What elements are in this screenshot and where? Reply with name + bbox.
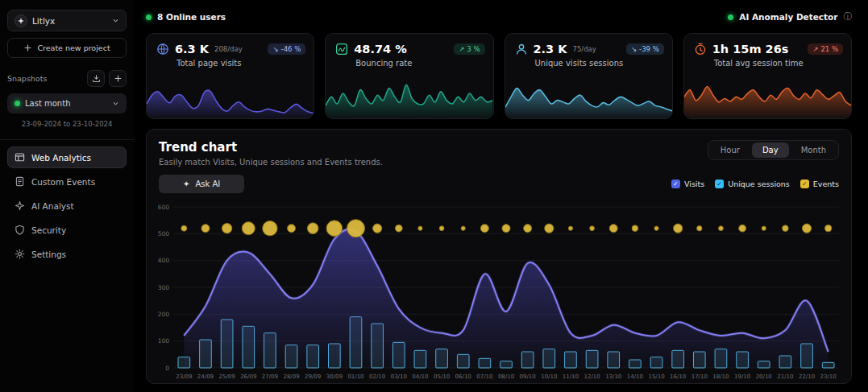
svg-text:400: 400 [158, 257, 170, 264]
trend-toolbar: ✦ Ask AI ✓Visits✓Unique sessions✓Events [147, 167, 851, 196]
svg-text:14/10: 14/10 [627, 373, 643, 380]
snapshot-selector[interactable]: Last month [7, 93, 127, 113]
sidebar-item-web-analytics[interactable]: Web Analytics [7, 146, 127, 168]
legend-label: Events [813, 179, 839, 188]
stat-label: Total avg session time [684, 56, 851, 68]
stat-card-total-page-visits: 6.3 K208/day↘-46 %Total page visits [146, 33, 314, 119]
checkbox-icon[interactable]: ✓ [715, 179, 724, 188]
sidebar-item-label: AI Analyst [31, 201, 74, 211]
trend-badge: ↗3 % [454, 43, 484, 55]
divider [0, 139, 134, 140]
svg-text:01/10: 01/10 [347, 373, 363, 380]
svg-text:27/09: 27/09 [262, 373, 278, 380]
svg-text:23/09: 23/09 [176, 373, 192, 380]
svg-text:07/10: 07/10 [476, 373, 492, 380]
globe-icon [156, 43, 169, 56]
trend-badge-value: -46 % [281, 45, 301, 53]
sidebar-item-security[interactable]: Security [7, 219, 127, 241]
stat-label: Unique visits sessions [505, 56, 672, 68]
svg-text:09/10: 09/10 [520, 373, 536, 380]
status-dot [15, 101, 20, 106]
svg-text:17/10: 17/10 [691, 373, 708, 380]
plus-icon [114, 74, 123, 83]
stat-sparkline [684, 76, 851, 118]
granularity-month-button[interactable]: Month [791, 142, 837, 158]
svg-text:23/10: 23/10 [820, 373, 837, 380]
ask-ai-button[interactable]: ✦ Ask AI [159, 175, 244, 193]
bounce-icon [335, 43, 348, 56]
custom-events-icon [15, 176, 25, 187]
stat-value: 6.3 K [175, 43, 209, 56]
stat-per-day: 208/day [214, 45, 243, 53]
stat-value: 48.74 % [354, 43, 406, 56]
sidebar-item-label: Security [31, 225, 66, 235]
app-root: Litlyx Create new project Snapshots Last… [0, 0, 868, 392]
sidebar-item-custom-events[interactable]: Custom Events [7, 171, 127, 192]
export-snapshot-button[interactable] [87, 70, 105, 87]
trend-badge-value: 3 % [467, 45, 480, 53]
granularity-toggle: HourDayMonth [708, 140, 839, 160]
granularity-hour-button[interactable]: Hour [710, 142, 750, 158]
online-users-label: 8 Online users [157, 12, 226, 22]
ai-analyst-icon [15, 200, 25, 211]
sidebar-item-label: Settings [31, 250, 66, 259]
granularity-day-button[interactable]: Day [752, 142, 789, 158]
svg-text:15/10: 15/10 [648, 373, 664, 380]
sidebar-item-settings[interactable]: Settings [7, 243, 127, 265]
litlyx-logo-icon [15, 14, 27, 27]
main-content: 8 Online users AI Anomaly Detector ⓘ 6.3… [134, 0, 868, 392]
stat-per-day: 75/day [572, 45, 596, 53]
info-icon[interactable]: ⓘ [844, 11, 853, 23]
stat-card-total-avg-session-time: 1h 15m 26s↗21 %Total avg session time [683, 33, 852, 119]
svg-text:03/10: 03/10 [391, 373, 407, 380]
stat-sparkline [147, 76, 314, 118]
create-project-button[interactable]: Create new project [7, 38, 127, 58]
sidebar-item-ai-analyst[interactable]: AI Analyst [7, 195, 127, 217]
svg-text:21/10: 21/10 [777, 373, 793, 380]
online-dot-icon [146, 14, 152, 20]
svg-text:24/09: 24/09 [197, 373, 214, 380]
trend-badge-value: -39 % [639, 45, 659, 53]
svg-text:18/10: 18/10 [712, 373, 729, 380]
svg-text:04/10: 04/10 [412, 373, 428, 380]
legend-label: Visits [684, 179, 704, 188]
stat-card-bouncing-rate: 48.74 %↗3 %Bouncing rate [325, 33, 493, 119]
svg-text:0: 0 [165, 365, 169, 372]
online-users: 8 Online users [146, 12, 226, 22]
stat-label: Bouncing rate [326, 56, 492, 68]
add-snapshot-button[interactable] [109, 70, 127, 87]
trend-arrow-icon: ↗ [812, 45, 818, 53]
create-project-label: Create new project [37, 43, 110, 52]
trend-chart-svg: 010020030040050060023/0924/0925/0926/092… [149, 199, 845, 382]
legend-unique-sessions[interactable]: ✓Unique sessions [715, 179, 790, 188]
settings-icon [15, 249, 25, 259]
svg-text:300: 300 [158, 284, 170, 291]
chevron-down-icon [112, 17, 119, 24]
svg-text:05/10: 05/10 [434, 373, 450, 380]
trend-chart-plot: 010020030040050060023/0924/0925/0926/092… [147, 196, 851, 384]
svg-text:29/09: 29/09 [305, 373, 321, 380]
checkbox-icon[interactable]: ✓ [671, 179, 680, 188]
legend-label: Unique sessions [728, 179, 790, 188]
svg-text:30/09: 30/09 [326, 373, 343, 380]
trend-badge: ↘-39 % [626, 43, 664, 55]
svg-text:25/09: 25/09 [219, 373, 235, 380]
chevron-down-icon [112, 100, 119, 107]
stat-sparkline [505, 76, 672, 118]
stat-cards-row: 6.3 K208/day↘-46 %Total page visits48.74… [146, 33, 852, 119]
trend-chart-subtitle: Easily match Visits, Unique sessions and… [159, 158, 383, 167]
trend-badge: ↘-46 % [268, 43, 305, 55]
legend-visits[interactable]: ✓Visits [671, 179, 704, 188]
trend-arrow-icon: ↘ [631, 45, 637, 53]
svg-text:600: 600 [158, 204, 170, 211]
checkbox-icon[interactable]: ✓ [800, 179, 809, 188]
project-selector[interactable]: Litlyx [7, 10, 127, 31]
svg-text:100: 100 [158, 337, 170, 345]
ask-ai-label: Ask AI [195, 179, 220, 188]
svg-text:06/10: 06/10 [455, 373, 471, 380]
svg-text:10/10: 10/10 [541, 373, 557, 380]
stat-card-unique-visits-sessions: 2.3 K75/day↘-39 %Unique visits sessions [505, 33, 673, 119]
trend-arrow-icon: ↘ [272, 45, 278, 53]
security-icon [15, 225, 25, 235]
legend-events[interactable]: ✓Events [800, 179, 839, 188]
